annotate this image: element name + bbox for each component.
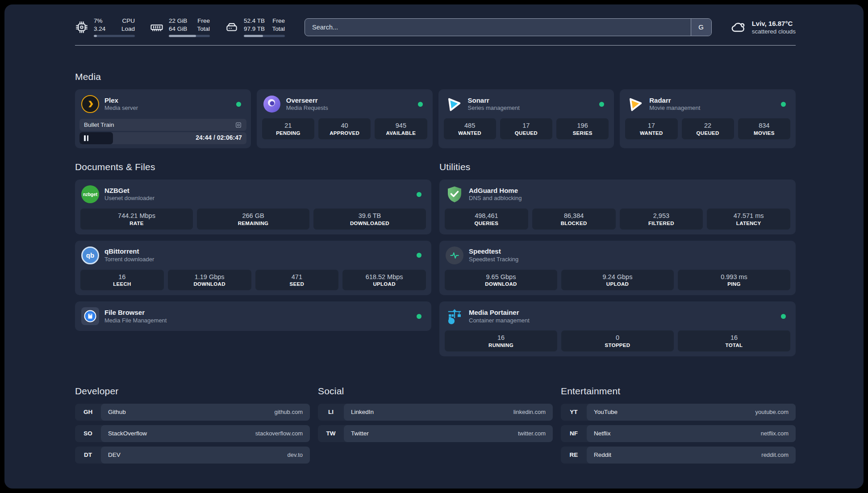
bookmark-name: Github (108, 409, 126, 415)
stat-upload: 9.24 Gbps UPLOAD (561, 270, 674, 291)
stat-series: 196 SERIES (556, 118, 609, 139)
stat-stopped: 0 STOPPED (561, 330, 674, 351)
bookmark-name: YouTube (594, 409, 618, 415)
search-provider-button[interactable]: G (691, 19, 711, 36)
bookmark-abbr: RE (561, 447, 587, 464)
bookmark-url: github.com (274, 409, 303, 415)
stat-queued: 22 QUEUED (682, 118, 734, 139)
service-description: Media Requests (286, 104, 328, 112)
service-name: qBittorrent (104, 247, 154, 256)
bookmark-twitter[interactable]: TW Twitter twitter.com (318, 425, 553, 442)
service-card-portainer[interactable]: Media Portainer Container management 16 … (439, 301, 796, 356)
status-dot (236, 102, 241, 107)
section-title-utilities: Utilities (439, 162, 796, 172)
service-card-radarr[interactable]: Radarr Movie management 17 WANTED 22 QUE… (620, 89, 796, 148)
stat-remaining: 266 GB REMAINING (197, 209, 309, 230)
memory-widget: 22 GiB 64 GiB Free Total (150, 17, 210, 37)
weather-condition: scattered clouds (752, 28, 796, 35)
section-title-entertainment: Entertainment (561, 386, 796, 397)
status-dot (418, 102, 423, 107)
plex-icon (81, 95, 99, 113)
stat-download: 1.19 Gbps DOWNLOAD (168, 270, 251, 291)
bookmark-abbr: TW (318, 425, 344, 442)
stat-upload: 618.52 Mbps UPLOAD (342, 270, 426, 291)
stat-downloaded: 39.6 TB DOWNLOADED (313, 209, 426, 230)
service-description: Media File Management (104, 317, 167, 325)
dashboard: 7% 3.24 CPU Load (4, 4, 864, 489)
bookmark-dev[interactable]: DT DEV dev.to (75, 447, 310, 464)
scattered-clouds-icon (730, 19, 747, 35)
cpu-widget: 7% 3.24 CPU Load (75, 17, 135, 37)
bookmark-youtube[interactable]: YT YouTube youtube.com (561, 404, 796, 421)
bookmark-group-developer: Developer GH Github github.com SO StackO… (75, 386, 310, 464)
section-title-documents: Documents & Files (75, 162, 431, 172)
stat-running: 16 RUNNING (445, 330, 557, 351)
service-description: Torrent downloader (104, 256, 154, 263)
memory-progress-bar (169, 35, 210, 37)
service-name: AdGuard Home (469, 186, 522, 195)
cpu-usage: 7% (94, 17, 105, 25)
service-card-adguard[interactable]: AdGuard Home DNS and adblocking 498,461 … (439, 180, 796, 234)
status-dot (781, 102, 786, 107)
service-description: Movie management (649, 104, 700, 112)
memory-total: 64 GiB (169, 25, 187, 33)
status-dot (417, 253, 421, 258)
memory-labels: Free Total (197, 17, 210, 33)
stat-pending: 21 PENDING (262, 118, 314, 139)
stat-wanted: 17 WANTED (625, 118, 677, 139)
bookmark-abbr: LI (318, 404, 344, 421)
service-name: Overseerr (286, 96, 328, 105)
service-description: Series management (468, 104, 520, 112)
stat-queries: 498,461 QUERIES (445, 209, 528, 230)
bookmark-url: linkedin.com (513, 409, 546, 415)
cpu-values: 7% 3.24 (94, 17, 105, 33)
bookmark-name: StackOverflow (108, 430, 147, 437)
service-name: Speedtest (469, 247, 518, 256)
service-card-filebrowser[interactable]: File Browser Media File Management (75, 301, 431, 331)
status-dot (417, 314, 421, 319)
bookmark-stackoverflow[interactable]: SO StackOverflow stackoverflow.com (75, 425, 310, 442)
bookmark-linkedin[interactable]: LI LinkedIn linkedin.com (318, 404, 553, 421)
service-card-sonarr[interactable]: Sonarr Series management 485 WANTED 17 Q… (438, 89, 614, 148)
radarr-icon (626, 95, 644, 113)
bookmark-abbr: NF (561, 425, 587, 442)
disk-widget: 52.4 TB 97.9 TB Free Total (225, 17, 285, 37)
search-input[interactable] (305, 19, 691, 36)
bookmark-url: reddit.com (761, 451, 789, 458)
service-card-qbittorrent[interactable]: qb qBittorrent Torrent downloader 16 LEE… (75, 241, 431, 296)
bookmark-abbr: DT (75, 447, 101, 464)
stat-latency: 47.571 ms LATENCY (707, 209, 790, 230)
stat-filtered: 2,953 FILTERED (620, 209, 703, 230)
bookmark-netflix[interactable]: NF Netflix netflix.com (561, 425, 796, 442)
bookmark-reddit[interactable]: RE Reddit reddit.com (561, 447, 796, 464)
pause-icon (84, 135, 88, 141)
bookmark-url: stackoverflow.com (255, 430, 303, 437)
service-card-overseerr[interactable]: Overseerr Media Requests 21 PENDING 40 A… (257, 89, 433, 148)
service-name: Media Portainer (469, 308, 530, 317)
bookmark-name: Netflix (594, 430, 611, 437)
top-bar: 7% 3.24 CPU Load (75, 17, 796, 37)
bookmark-url: netflix.com (761, 430, 789, 437)
service-card-nzbget[interactable]: nzbget NZBGet Usenet downloader 744.21 M… (75, 180, 431, 234)
service-name: Radarr (649, 96, 700, 105)
service-description: Media server (104, 104, 138, 112)
weather-widget: Lviv, 16.87°C scattered clouds (730, 19, 796, 35)
bookmark-github[interactable]: GH Github github.com (75, 404, 310, 421)
status-dot (599, 102, 604, 107)
bookmark-group-entertainment: Entertainment YT YouTube youtube.com NF … (561, 386, 796, 464)
playback-time: 24:44 / 02:06:47 (196, 134, 242, 141)
stat-movies: 834 MOVIES (738, 118, 790, 139)
disk-values: 52.4 TB 97.9 TB (244, 17, 265, 33)
portainer-icon (446, 307, 463, 325)
stat-blocked: 86,384 BLOCKED (532, 209, 616, 230)
bookmark-abbr: YT (561, 404, 587, 421)
bookmark-name: Twitter (351, 430, 369, 437)
service-card-plex[interactable]: Plex Media server Bullet Train (75, 89, 251, 148)
service-card-speedtest[interactable]: Speedtest Speedtest Tracking 9.65 Gbps D… (439, 241, 796, 296)
cpu-icon (75, 21, 88, 34)
filebrowser-icon (81, 307, 99, 325)
nzbget-icon: nzbget (81, 185, 99, 203)
cpu-load: 3.24 (94, 25, 105, 33)
speedtest-icon (446, 246, 463, 264)
bookmark-url: twitter.com (518, 430, 546, 437)
